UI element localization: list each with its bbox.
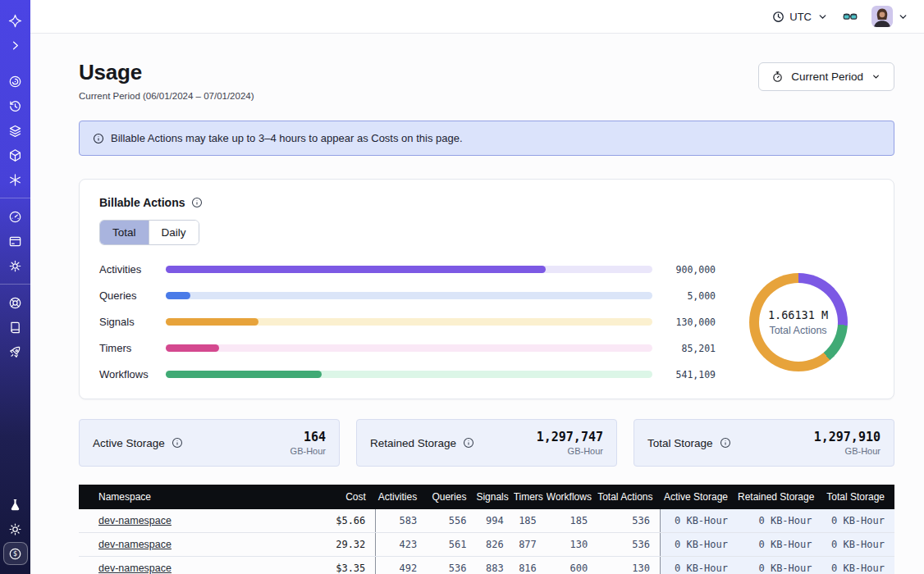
settings-gear-icon bbox=[8, 259, 22, 273]
column-header-activities: Activities bbox=[376, 485, 427, 509]
cell-retained-storage: 0 KB-Hour bbox=[738, 533, 822, 557]
timezone-selector[interactable]: UTC bbox=[772, 11, 829, 23]
flask-icon bbox=[8, 498, 22, 512]
feedback-glasses-button[interactable] bbox=[842, 8, 858, 25]
info-icon[interactable] bbox=[191, 197, 203, 208]
page-title: Usage bbox=[79, 60, 254, 85]
layers-icon bbox=[8, 124, 22, 138]
column-header-signals: Signals bbox=[476, 485, 513, 509]
cell-cost: $5.66 bbox=[303, 509, 375, 533]
sidebar-item-support[interactable] bbox=[3, 291, 28, 314]
usage-page: Usage Current Period (06/01/2024 – 07/01… bbox=[30, 34, 924, 574]
total-actions-donut-chart: 1.66131 M Total Actions bbox=[749, 273, 848, 371]
bar-row-workflows: Workflows541,109 bbox=[99, 368, 716, 380]
sidebar-item-theme[interactable] bbox=[3, 517, 28, 540]
chevron-down-icon bbox=[817, 11, 829, 23]
column-header-queries: Queries bbox=[427, 485, 476, 509]
storage-card-unit: GB-Hour bbox=[290, 446, 326, 456]
cell-signals: 994 bbox=[476, 509, 513, 533]
account-menu[interactable] bbox=[871, 6, 909, 27]
usage-gauge-icon bbox=[8, 210, 22, 224]
cell-namespace: dev-namespace bbox=[79, 557, 303, 574]
billable-actions-card: Billable Actions Total Daily Activities9… bbox=[79, 179, 894, 399]
cell-workflows: 600 bbox=[547, 557, 597, 574]
column-header-workflows: Workflows bbox=[547, 485, 597, 509]
cell-active-storage: 0 KB-Hour bbox=[661, 557, 738, 574]
table-row: dev-namespace29.324235618268771305360 KB… bbox=[79, 533, 894, 557]
tab-daily[interactable]: Daily bbox=[149, 221, 199, 244]
topbar: UTC bbox=[30, 0, 924, 34]
cell-active-storage: 0 KB-Hour bbox=[661, 509, 738, 533]
temporal-logo[interactable] bbox=[3, 9, 28, 32]
sidebar-item-schedules[interactable] bbox=[3, 94, 28, 117]
sidebar-item-settings[interactable] bbox=[3, 254, 28, 277]
sidebar-item-deployments[interactable] bbox=[3, 144, 28, 166]
cell-total-storage: 0 KB-Hour bbox=[822, 533, 895, 557]
storage-card-active-storage: Active Storage164GB-Hour bbox=[79, 419, 340, 467]
billable-actions-title: Billable Actions bbox=[99, 196, 185, 209]
info-icon[interactable] bbox=[172, 437, 183, 449]
sidebar-divider bbox=[0, 284, 30, 285]
cell-retained-storage: 0 KB-Hour bbox=[738, 509, 822, 533]
bar-track bbox=[166, 266, 652, 273]
column-header-retained-storage: Retained Storage bbox=[738, 485, 822, 509]
sidebar-item-nexus[interactable] bbox=[3, 168, 28, 191]
cell-total-actions: 130 bbox=[597, 557, 660, 574]
namespace-link[interactable]: dev-namespace bbox=[98, 539, 172, 550]
bar-fill bbox=[166, 266, 546, 273]
bar-track bbox=[166, 371, 652, 378]
sidebar-item-docs[interactable] bbox=[3, 316, 28, 339]
deployments-icon bbox=[8, 148, 22, 162]
donut-center-value: 1.66131 M bbox=[768, 308, 828, 321]
period-selector-label: Current Period bbox=[791, 71, 863, 83]
storage-card-label: Retained Storage bbox=[370, 437, 474, 449]
tab-total[interactable]: Total bbox=[100, 221, 149, 244]
bar-value: 5,000 bbox=[663, 290, 716, 302]
sidebar-item-namespaces[interactable] bbox=[3, 70, 28, 93]
billable-actions-bar-chart: Activities900,000Queries5,000Signals130,… bbox=[99, 263, 722, 380]
cell-namespace: dev-namespace bbox=[79, 533, 303, 557]
total-actions-donut-wrap: 1.66131 M Total Actions bbox=[722, 273, 874, 371]
stopwatch-icon bbox=[771, 71, 784, 83]
info-icon bbox=[93, 133, 104, 144]
cell-total-storage: 0 KB-Hour bbox=[822, 557, 895, 574]
storage-card-label: Active Storage bbox=[93, 437, 183, 449]
sidebar-item-billing[interactable]: $ bbox=[3, 542, 28, 565]
bar-label: Workflows bbox=[99, 368, 155, 380]
info-banner: Billable Actions may take up to 3–4 hour… bbox=[79, 121, 894, 156]
column-header-total-actions: Total Actions bbox=[597, 485, 660, 509]
svg-text:$: $ bbox=[13, 550, 17, 558]
period-selector-button[interactable]: Current Period bbox=[758, 62, 894, 91]
bar-row-signals: Signals130,000 bbox=[99, 316, 716, 328]
cell-namespace: dev-namespace bbox=[79, 509, 303, 533]
billing-dollar-icon: $ bbox=[8, 547, 22, 561]
rocket-icon bbox=[8, 345, 22, 359]
column-header-namespace: Namespace bbox=[79, 485, 303, 509]
sidebar-item-labs[interactable] bbox=[3, 493, 28, 516]
storage-summary-row: Active Storage164GB-HourRetained Storage… bbox=[79, 419, 894, 467]
docs-book-icon bbox=[8, 321, 22, 335]
sidebar-item-worker-deployments-layers[interactable] bbox=[3, 119, 28, 142]
info-banner-text: Billable Actions may take up to 3–4 hour… bbox=[111, 132, 463, 144]
namespace-usage-table-wrap: NamespaceCostActivitiesQueriesSignalsTim… bbox=[79, 485, 894, 574]
info-icon[interactable] bbox=[720, 437, 731, 449]
namespace-link[interactable]: dev-namespace bbox=[98, 563, 172, 574]
sidebar-divider bbox=[0, 198, 30, 198]
sidebar-item-web-ui[interactable] bbox=[3, 230, 28, 253]
sidebar-expand-button[interactable] bbox=[3, 34, 28, 57]
namespace-link[interactable]: dev-namespace bbox=[98, 515, 172, 526]
storage-card-total-storage: Total Storage1,297,910GB-Hour bbox=[634, 419, 894, 467]
cell-retained-storage: 0 KB-Hour bbox=[738, 557, 822, 574]
cell-cost: $3.35 bbox=[303, 557, 375, 574]
cell-timers: 185 bbox=[514, 509, 547, 533]
chevron-down-icon bbox=[871, 71, 881, 82]
bar-row-timers: Timers85,201 bbox=[99, 342, 716, 354]
cell-workflows: 130 bbox=[547, 533, 597, 557]
cell-signals: 883 bbox=[476, 557, 513, 574]
sidebar-item-usage[interactable] bbox=[3, 205, 28, 228]
table-row: dev-namespace$3.354925368838166001300 KB… bbox=[79, 557, 894, 574]
sidebar-item-getting-started[interactable] bbox=[3, 340, 28, 363]
column-header-timers: Timers bbox=[514, 485, 547, 509]
info-icon[interactable] bbox=[463, 437, 474, 449]
storage-card-retained-storage: Retained Storage1,297,747GB-Hour bbox=[356, 419, 617, 467]
